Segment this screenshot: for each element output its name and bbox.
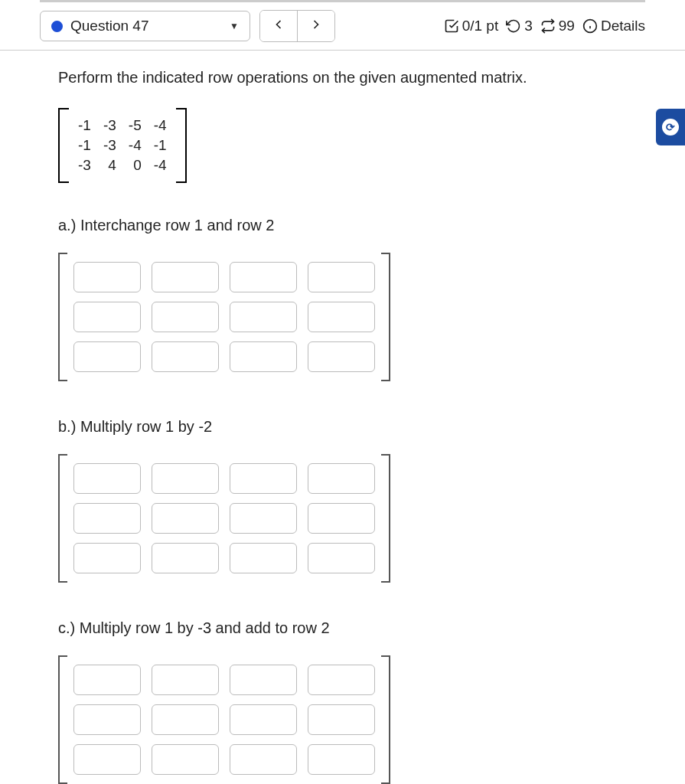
matrix-input-a-2-3[interactable]	[308, 341, 375, 372]
score-display: 0/1 pt	[444, 18, 499, 34]
matrix-input-a-1-0[interactable]	[73, 302, 141, 332]
matrix-cell: -5	[122, 116, 148, 136]
matrix-input-a-1-1[interactable]	[152, 302, 219, 332]
matrix-input-c-2-0[interactable]	[73, 744, 141, 775]
matrix-cell: -4	[148, 116, 173, 136]
question-number-label: Question 47	[70, 18, 148, 34]
input-row	[73, 262, 375, 292]
matrix-input-c-1-3[interactable]	[308, 704, 375, 735]
matrix-input-b-1-3[interactable]	[308, 503, 375, 534]
part-a-matrix	[58, 253, 390, 381]
question-header: Question 47 ▼ 0/1 pt 3 99 Details	[0, 2, 685, 51]
given-matrix: -1 -3 -5 -4 -1 -3 -4 -1 -3 4 0 -4	[58, 108, 187, 183]
matrix-input-a-2-0[interactable]	[73, 341, 141, 372]
checkbox-icon	[444, 18, 459, 34]
next-question-button[interactable]	[298, 11, 334, 41]
matrix-input-a-0-2[interactable]	[230, 262, 297, 292]
input-row	[73, 463, 375, 494]
input-row	[73, 503, 375, 534]
prev-question-button[interactable]	[260, 11, 298, 41]
question-content: Perform the indicated row operations on …	[0, 51, 685, 784]
help-side-tab[interactable]: ⟳	[656, 109, 685, 145]
part-b-label: b.) Multiply row 1 by -2	[58, 418, 645, 436]
matrix-row: -1 -3 -5 -4	[72, 116, 173, 136]
matrix-input-b-1-0[interactable]	[73, 503, 141, 534]
matrix-input-c-1-0[interactable]	[73, 704, 141, 735]
input-row	[73, 744, 375, 775]
matrix-input-c-2-3[interactable]	[308, 744, 375, 775]
question-selector-dropdown[interactable]: Question 47 ▼	[40, 11, 250, 41]
matrix-input-b-0-2[interactable]	[230, 463, 297, 494]
chevron-left-icon	[271, 17, 286, 32]
matrix-input-c-0-2[interactable]	[230, 665, 297, 695]
retries-text: 3	[524, 18, 533, 34]
matrix-input-b-0-0[interactable]	[73, 463, 141, 494]
matrix-input-b-0-3[interactable]	[308, 463, 375, 494]
details-label: Details	[601, 18, 645, 34]
input-row	[73, 704, 375, 735]
matrix-input-a-0-0[interactable]	[73, 262, 141, 292]
retries-display: 3	[506, 18, 533, 34]
undo-icon	[506, 18, 521, 34]
chevron-right-icon	[308, 17, 324, 32]
attempts-text: 99	[559, 18, 575, 34]
part-c-matrix	[58, 655, 390, 784]
part-c-label: c.) Multiply row 1 by -3 and add to row …	[58, 619, 645, 637]
matrix-input-a-1-3[interactable]	[308, 302, 375, 332]
matrix-cell: -1	[72, 116, 97, 136]
input-row	[73, 341, 375, 372]
matrix-input-c-2-2[interactable]	[230, 744, 297, 775]
matrix-input-c-0-3[interactable]	[308, 665, 375, 695]
matrix-input-b-1-2[interactable]	[230, 503, 297, 534]
help-icon: ⟳	[662, 119, 679, 136]
header-right: 0/1 pt 3 99 Details	[444, 18, 645, 34]
matrix-input-c-1-1[interactable]	[152, 704, 219, 735]
attempts-display: 99	[540, 18, 575, 34]
matrix-input-a-2-2[interactable]	[230, 341, 297, 372]
matrix-input-c-0-0[interactable]	[73, 665, 141, 695]
matrix-input-b-2-2[interactable]	[230, 543, 297, 573]
matrix-input-c-0-1[interactable]	[152, 665, 219, 695]
instruction-text: Perform the indicated row operations on …	[58, 69, 645, 87]
header-left: Question 47 ▼	[40, 10, 335, 42]
matrix-cell: -4	[148, 155, 173, 175]
matrix-input-b-2-1[interactable]	[152, 543, 219, 573]
matrix-row: -1 -3 -4 -1	[72, 136, 173, 155]
matrix-cell: -3	[72, 155, 97, 175]
part-b-matrix	[58, 454, 390, 583]
refresh-icon	[540, 18, 556, 34]
matrix-input-a-2-1[interactable]	[152, 341, 219, 372]
nav-button-group	[259, 10, 335, 42]
matrix-input-c-1-2[interactable]	[230, 704, 297, 735]
part-a-label: a.) Interchange row 1 and row 2	[58, 217, 645, 234]
matrix-input-b-1-1[interactable]	[152, 503, 219, 534]
matrix-row: -3 4 0 -4	[72, 155, 173, 175]
chevron-down-icon: ▼	[230, 21, 239, 31]
matrix-cell: 0	[122, 155, 148, 175]
input-row	[73, 665, 375, 695]
matrix-input-b-2-3[interactable]	[308, 543, 375, 573]
score-text: 0/1 pt	[462, 18, 499, 34]
status-dot-icon	[51, 21, 63, 32]
matrix-cell: -1	[72, 136, 97, 155]
matrix-input-a-0-3[interactable]	[308, 262, 375, 292]
matrix-input-a-1-2[interactable]	[230, 302, 297, 332]
matrix-input-c-2-1[interactable]	[152, 744, 219, 775]
matrix-input-b-2-0[interactable]	[73, 543, 141, 573]
input-row	[73, 543, 375, 573]
matrix-input-b-0-1[interactable]	[152, 463, 219, 494]
matrix-cell: -3	[97, 116, 122, 136]
matrix-cell: -4	[122, 136, 148, 155]
matrix-cell: -1	[148, 136, 173, 155]
matrix-cell: 4	[97, 155, 122, 175]
info-icon	[582, 18, 598, 34]
input-row	[73, 302, 375, 332]
matrix-cell: -3	[97, 136, 122, 155]
matrix-input-a-0-1[interactable]	[152, 262, 219, 292]
details-button[interactable]: Details	[582, 18, 645, 34]
